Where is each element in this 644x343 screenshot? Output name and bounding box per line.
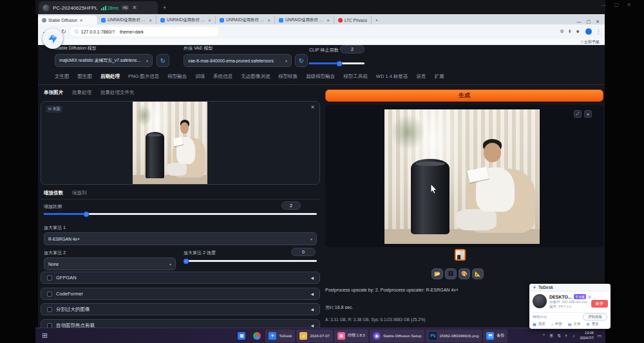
tray-chevron-icon[interactable]: ⌃ bbox=[542, 333, 545, 338]
new-session-tab-button[interactable]: + bbox=[163, 1, 166, 14]
taskbar-sd-setup[interactable]: ◉Stable Diffusion Setup bbox=[370, 329, 424, 342]
collapse-arrow-icon[interactable]: ◀ bbox=[310, 292, 314, 296]
accordion-gfpgan[interactable]: GFPGAN ◀ bbox=[41, 272, 320, 284]
browser-new-tab-button[interactable]: + bbox=[372, 15, 382, 24]
sd-model-dropdown[interactable]: majicMIX realistic 麦橘写实_v7.safetensors [… bbox=[55, 54, 153, 67]
browser-tab[interactable]: UNRAID使用教程 - 哔哩哔... ✕ bbox=[97, 15, 156, 24]
resize-slider[interactable] bbox=[44, 213, 317, 215]
gallery-thumbnail[interactable] bbox=[455, 249, 466, 261]
slider-knob[interactable] bbox=[337, 60, 343, 66]
accordion-codeformer[interactable]: CodeFormer ◀ bbox=[41, 288, 320, 300]
extension-icons[interactable]: ⚙ ⬇ ☻ bbox=[560, 29, 582, 34]
clip-skip-slider[interactable] bbox=[309, 62, 365, 64]
tab-infinite-image-browsing[interactable]: 无边图像浏览 bbox=[241, 73, 270, 80]
vae-dropdown[interactable]: vae-ft-mse-840000-ema-pruned.safetensors… bbox=[184, 54, 292, 67]
tab-close-icon[interactable]: ✕ bbox=[267, 18, 270, 23]
upscaler2-strength-slider[interactable] bbox=[184, 260, 317, 262]
browser-tab-active[interactable]: Stable Diffusion ✕ bbox=[38, 15, 97, 24]
todesk-panel-header[interactable]: ✈ ToDesk bbox=[529, 284, 611, 292]
save-image-button[interactable]: 🖼 bbox=[445, 268, 457, 279]
tab-model-converter[interactable]: 模型转换 bbox=[278, 73, 298, 80]
send-to-img2img-button[interactable]: 🎨 bbox=[459, 268, 470, 279]
browser-tab[interactable]: UNRAID使用教程 - 哔哩哔... ✕ bbox=[216, 15, 275, 24]
refresh-sd-model-button[interactable]: ↻ bbox=[156, 54, 169, 67]
browser-tab[interactable]: LTC Privacy bbox=[334, 15, 372, 24]
session-tab-close-icon[interactable]: ✕ bbox=[132, 1, 137, 14]
site-info-icon[interactable]: ⓘ bbox=[75, 29, 79, 35]
profile-avatar[interactable] bbox=[585, 28, 592, 35]
taskbar-todesk[interactable]: ✈ToDesk bbox=[265, 329, 295, 342]
sound-quick-button[interactable]: ♪声音 bbox=[551, 322, 562, 326]
tab-close-icon[interactable]: ✕ bbox=[327, 18, 330, 23]
open-folder-button[interactable]: 📂 bbox=[431, 268, 443, 279]
accordion-split-oversized[interactable]: 分割过大的图像 ◀ bbox=[41, 303, 320, 315]
tab-scale-to[interactable]: 缩放到 bbox=[72, 190, 87, 196]
codeformer-checkbox[interactable] bbox=[47, 292, 52, 297]
tab-extras[interactable]: 后期处理 bbox=[100, 73, 120, 80]
taskbar-chrome[interactable] bbox=[250, 329, 264, 342]
more-quick-button[interactable]: ⚙更多 bbox=[586, 322, 598, 326]
file-quick-button[interactable]: ▤文件 bbox=[568, 322, 581, 326]
slider-knob[interactable] bbox=[83, 211, 89, 217]
browser-window-controls[interactable]: — ▢ ✕ bbox=[572, 19, 605, 24]
resize-value[interactable]: 2 bbox=[281, 201, 301, 210]
disconnect-button[interactable]: 断开 bbox=[591, 300, 608, 308]
result-image[interactable] bbox=[384, 109, 540, 244]
clip-skip-value[interactable]: 2 bbox=[340, 45, 365, 53]
taskbar-backup[interactable]: ⬒备份 bbox=[483, 329, 507, 342]
browser-tab[interactable]: UNRAID使用教程 - 哔哩哔... ✕ bbox=[275, 15, 334, 24]
source-chip[interactable]: ⧉ 来源 bbox=[46, 106, 62, 113]
taskbar-photoshop[interactable]: Ps15062-0803466(4).png bbox=[426, 329, 482, 342]
tab-system-info[interactable]: 系统信息 bbox=[213, 73, 232, 80]
source-image[interactable] bbox=[133, 102, 207, 184]
subtab-single-image[interactable]: 单张图片 bbox=[44, 89, 63, 96]
upscaler1-dropdown[interactable]: R-ESRGAN 4x+▾ bbox=[44, 232, 317, 245]
tab-close-icon[interactable]: ✕ bbox=[79, 18, 82, 23]
subtab-batch-process[interactable]: 批量处理 bbox=[72, 89, 91, 96]
call-icon[interactable]: ✆ bbox=[588, 295, 591, 299]
address-bar[interactable]: ⓘ 127.0.0.1:7860/?__theme=dark bbox=[70, 27, 218, 36]
close-preview-icon[interactable]: ✕ bbox=[584, 110, 592, 118]
subtab-batch-from-directory[interactable]: 批量处理文件夹 bbox=[100, 89, 135, 96]
tab-super-merger[interactable]: 超级模型融合 bbox=[306, 73, 335, 80]
todesk-window-controls[interactable]: —▢✕ bbox=[601, 2, 639, 8]
gfpgan-checkbox[interactable] bbox=[47, 275, 52, 281]
quality-quick-button[interactable]: ▦画质 bbox=[533, 322, 545, 326]
taskbar-folder[interactable]: ▱2024-07-07 bbox=[296, 329, 333, 342]
tray-icons[interactable]: ⛨ ⇅ ᯤ ♪ bbox=[549, 333, 576, 338]
taskbar-bilibili[interactable]: ▣哔哩 2.8.5 bbox=[334, 329, 368, 342]
generate-button[interactable]: 生成 bbox=[325, 89, 603, 102]
taskbar-tiles-app[interactable]: ▦ bbox=[234, 329, 249, 342]
tab-wd14-tagger[interactable]: WD 1.4 标签器 bbox=[376, 73, 408, 80]
tab-txt2img[interactable]: 文生图 bbox=[55, 73, 70, 80]
collapse-arrow-icon[interactable]: ◀ bbox=[310, 307, 314, 311]
control-panel-button[interactable]: 控制面板 bbox=[583, 313, 607, 320]
remote-session-tab[interactable]: PC-20240625HFPL 28ms HD ✕ bbox=[39, 1, 158, 14]
tab-checkpoint-merger[interactable]: 模型融合 bbox=[167, 73, 187, 80]
browser-menu-icon[interactable]: ⋮ bbox=[596, 29, 601, 35]
start-button[interactable]: ⊞ bbox=[35, 331, 54, 340]
tab-settings[interactable]: 设置 bbox=[416, 73, 426, 80]
fullscreen-icon[interactable]: ⤢ bbox=[574, 110, 582, 118]
taskbar-clock[interactable]: 19:08 2024/7/7 bbox=[580, 331, 593, 340]
send-to-extras-button[interactable]: 📐 bbox=[472, 268, 484, 279]
all-bookmarks-button[interactable]: □ 全部书签 bbox=[581, 39, 600, 45]
split-oversized-checkbox[interactable] bbox=[47, 307, 52, 312]
collapse-arrow-icon[interactable]: ◀ bbox=[310, 275, 314, 280]
clear-image-icon[interactable]: ✕ bbox=[310, 104, 315, 110]
browser-tab[interactable]: UNRAID使用教程 - 哔哩哔... ✕ bbox=[156, 15, 216, 24]
upscaler2-strength-value[interactable]: 0 bbox=[291, 248, 316, 256]
tab-model-toolkit[interactable]: 模型工具箱 bbox=[343, 73, 368, 80]
tab-close-icon[interactable]: ✕ bbox=[208, 18, 211, 23]
tab-img2img[interactable]: 图生图 bbox=[78, 73, 93, 80]
tab-close-icon[interactable]: ✕ bbox=[149, 18, 152, 23]
more-icon[interactable]: ⌄ bbox=[593, 295, 596, 299]
tab-extensions[interactable]: 扩展 bbox=[434, 73, 444, 80]
upscaler2-dropdown[interactable]: None▾ bbox=[44, 257, 176, 270]
notification-center-icon[interactable]: ▭ bbox=[598, 333, 601, 338]
tab-scale-by[interactable]: 缩放倍数 bbox=[44, 190, 63, 196]
refresh-vae-button[interactable]: ↻ bbox=[295, 54, 308, 67]
tab-train[interactable]: 训练 bbox=[195, 73, 205, 80]
tab-png-info[interactable]: PNG 图片信息 bbox=[128, 73, 159, 80]
slider-knob[interactable] bbox=[184, 258, 189, 264]
